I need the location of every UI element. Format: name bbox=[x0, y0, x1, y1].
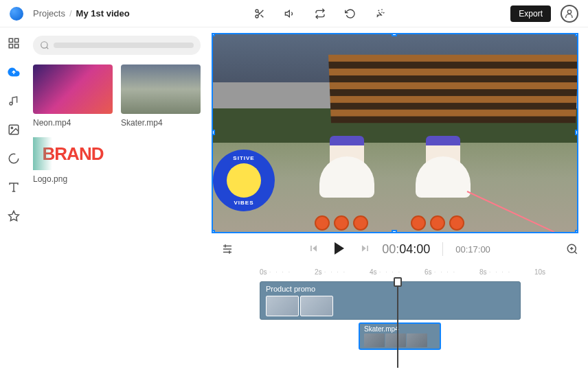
playhead[interactable] bbox=[397, 279, 398, 368]
shape-icon[interactable] bbox=[8, 152, 20, 165]
ruler-mark: 4s bbox=[370, 268, 377, 276]
clip-label: Skater.mp4 bbox=[364, 325, 436, 333]
media-thumb bbox=[121, 64, 201, 114]
svg-marker-5 bbox=[285, 10, 289, 16]
resize-handle-bc[interactable] bbox=[392, 230, 397, 233]
star-icon[interactable] bbox=[8, 210, 20, 222]
ruler-mark: 8s bbox=[479, 268, 487, 276]
image-icon[interactable] bbox=[8, 124, 20, 136]
layout-icon[interactable] bbox=[8, 37, 20, 49]
media-item-neon[interactable]: Neon.mp4 bbox=[33, 64, 113, 128]
play-button[interactable] bbox=[331, 240, 348, 259]
editor-area: SITIVE VIBES 00:04:00 bbox=[212, 27, 588, 376]
upload-icon[interactable] bbox=[8, 66, 20, 78]
svg-rect-9 bbox=[15, 45, 19, 48]
svg-rect-10 bbox=[9, 45, 12, 48]
svg-rect-7 bbox=[9, 38, 12, 42]
breadcrumb-current[interactable]: My 1st video bbox=[76, 8, 130, 19]
resize-handle-tr[interactable] bbox=[575, 33, 578, 36]
timeline-clip-skater[interactable]: Skater.mp4 bbox=[359, 322, 441, 350]
sticker-text-top: SITIVE bbox=[233, 155, 254, 161]
media-item-logo[interactable]: BRAND Logo.png bbox=[33, 137, 113, 184]
svg-point-17 bbox=[41, 42, 47, 48]
sticker-text-bottom: VIBES bbox=[234, 200, 253, 206]
ruler-mark: 6s bbox=[425, 268, 432, 276]
media-label: Neon.mp4 bbox=[33, 118, 113, 128]
ruler-mark: 0s bbox=[260, 268, 267, 276]
breadcrumb-root[interactable]: Projects bbox=[33, 8, 65, 19]
breadcrumb-separator: / bbox=[69, 8, 72, 19]
main-area: Neon.mp4 Skater.mp4 BRAND Logo.png bbox=[0, 27, 588, 376]
zoom-in-icon[interactable] bbox=[566, 243, 578, 255]
svg-line-18 bbox=[47, 47, 49, 49]
svg-line-30 bbox=[574, 251, 576, 253]
timeline-controls: 00:04:00 00:17:00 bbox=[212, 233, 588, 265]
top-bar: Projects / My 1st video Export bbox=[0, 0, 588, 27]
total-time: 00:17:00 bbox=[455, 244, 490, 255]
svg-marker-27 bbox=[362, 245, 366, 251]
left-sidebar bbox=[0, 27, 27, 376]
svg-point-11 bbox=[10, 102, 12, 105]
svg-point-1 bbox=[256, 15, 258, 18]
toolbar-center bbox=[254, 8, 386, 19]
timeline-ruler[interactable]: 0s ···· 2s ···· 4s ···· 6s ···· 8s ···· … bbox=[260, 265, 578, 279]
svg-point-0 bbox=[256, 10, 258, 12]
media-thumb bbox=[33, 64, 113, 114]
svg-line-3 bbox=[261, 14, 264, 17]
search-icon bbox=[40, 40, 49, 50]
music-icon[interactable] bbox=[8, 95, 20, 107]
preview-canvas[interactable]: SITIVE VIBES bbox=[212, 33, 578, 233]
swap-icon[interactable] bbox=[315, 8, 326, 19]
media-label: Skater.mp4 bbox=[121, 118, 201, 128]
ruler-mark: 2s bbox=[315, 268, 322, 276]
app-logo[interactable] bbox=[10, 7, 23, 21]
clip-label: Product promo bbox=[266, 285, 514, 293]
timeline[interactable]: 0s ···· 2s ···· 4s ···· 6s ···· 8s ···· … bbox=[212, 265, 588, 368]
prev-frame-button[interactable] bbox=[309, 244, 319, 255]
sticker-overlay[interactable]: SITIVE VIBES bbox=[213, 150, 275, 211]
search-input[interactable] bbox=[33, 36, 201, 55]
resize-handle-ml[interactable] bbox=[212, 130, 215, 135]
scissors-icon[interactable] bbox=[254, 8, 265, 19]
media-panel: Neon.mp4 Skater.mp4 BRAND Logo.png bbox=[27, 27, 212, 376]
media-item-skater[interactable]: Skater.mp4 bbox=[121, 64, 201, 128]
resize-handle-tl[interactable] bbox=[212, 33, 215, 36]
track-settings-icon[interactable] bbox=[221, 243, 234, 255]
resize-handle-br[interactable] bbox=[575, 230, 578, 233]
svg-point-6 bbox=[567, 10, 571, 13]
volume-icon[interactable] bbox=[284, 8, 295, 19]
timeline-clip-promo[interactable]: Product promo bbox=[260, 281, 521, 320]
svg-point-13 bbox=[11, 127, 12, 128]
media-label: Logo.png bbox=[33, 174, 113, 184]
svg-marker-26 bbox=[335, 242, 344, 255]
magic-wand-icon[interactable] bbox=[375, 8, 386, 19]
undo-icon[interactable] bbox=[345, 8, 356, 19]
user-avatar[interactable] bbox=[561, 5, 578, 23]
media-thumb: BRAND bbox=[33, 137, 113, 170]
next-frame-button[interactable] bbox=[360, 244, 370, 255]
resize-handle-tc[interactable] bbox=[392, 33, 397, 36]
current-time: 00:04:00 bbox=[382, 242, 430, 257]
svg-marker-24 bbox=[313, 245, 317, 251]
text-icon[interactable] bbox=[8, 181, 20, 193]
svg-marker-16 bbox=[9, 211, 19, 221]
export-button[interactable]: Export bbox=[510, 5, 551, 22]
playhead-handle[interactable] bbox=[394, 277, 402, 287]
resize-handle-mr[interactable] bbox=[575, 130, 578, 135]
svg-line-4 bbox=[258, 12, 260, 14]
svg-rect-8 bbox=[15, 38, 19, 42]
ruler-mark: 10s bbox=[534, 268, 545, 276]
resize-handle-bl[interactable] bbox=[212, 230, 215, 233]
